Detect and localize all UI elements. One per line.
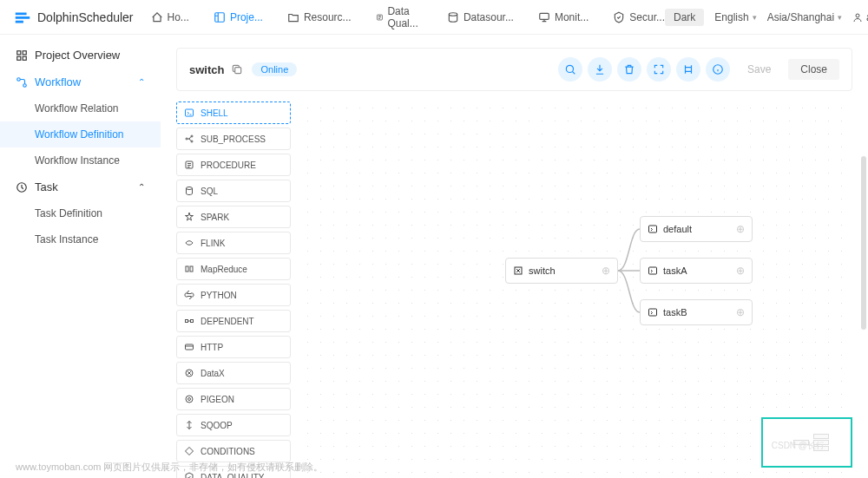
svg-point-10 [23, 83, 27, 87]
svg-rect-24 [191, 320, 194, 323]
save-button[interactable]: Save [735, 59, 783, 80]
palette-http[interactable]: HTTP [176, 336, 291, 358]
sqoop-icon [184, 420, 194, 430]
svg-rect-5 [17, 50, 21, 54]
svg-rect-7 [17, 56, 21, 60]
plus-icon[interactable]: ⊕ [602, 265, 610, 277]
folder-icon [287, 11, 299, 23]
palette-pigeon[interactable]: PIGEON [176, 388, 291, 410]
python-icon [184, 290, 194, 300]
sidebar-item-workflow-instance[interactable]: Workflow Instance [0, 147, 161, 174]
palette-procedure[interactable]: PROCEDURE [176, 154, 291, 176]
palette-flink[interactable]: FLINK [176, 232, 291, 254]
search-button[interactable] [558, 57, 582, 82]
palette-shell[interactable]: SHELL [176, 101, 291, 124]
http-icon [184, 342, 194, 352]
delete-button[interactable] [617, 57, 641, 82]
node-taska[interactable]: taskA⊕ [640, 258, 753, 284]
svg-rect-32 [649, 309, 657, 316]
format-icon [682, 63, 694, 75]
svg-point-16 [186, 138, 187, 140]
app-logo: DolphinScheduler [13, 8, 134, 27]
sidebar-item-workflow-relation[interactable]: Workflow Relation [0, 95, 161, 121]
user-icon [852, 12, 863, 23]
theme-toggle[interactable]: Dark [665, 9, 704, 26]
info-button[interactable] [706, 57, 730, 82]
palette-spark[interactable]: SPARK [176, 206, 291, 228]
palette-subprocess[interactable]: SUB_PROCESS [176, 128, 291, 150]
sidebar-item-workflow[interactable]: Workflow⌃ [0, 69, 161, 95]
datasource-icon [447, 11, 459, 23]
svg-rect-0 [215, 12, 225, 22]
svg-rect-6 [23, 50, 26, 54]
flink-icon [184, 238, 194, 248]
app-name: DolphinScheduler [37, 10, 134, 24]
plus-icon[interactable]: ⊕ [736, 306, 745, 318]
timezone-dropdown[interactable]: Asia/Shanghai▾ [767, 11, 842, 23]
palette-datax[interactable]: DataX [176, 362, 291, 384]
project-icon [214, 11, 226, 23]
sidebar-item-task[interactable]: Task⌃ [0, 174, 161, 200]
chevron-up-icon: ⌃ [138, 77, 145, 87]
svg-point-9 [17, 77, 21, 81]
palette-mapreduce[interactable]: MapReduce [176, 258, 291, 280]
task-palette: SHELL SUB_PROCESS PROCEDURE SQL SPARK FL… [176, 101, 291, 475]
workflow-toolbar: switch Online Save Close [176, 48, 852, 91]
svg-point-13 [566, 65, 573, 72]
nav-datasource[interactable]: Datasour... [447, 5, 514, 29]
svg-point-28 [188, 398, 191, 401]
procedure-icon [184, 160, 194, 170]
format-button[interactable] [676, 57, 700, 82]
datax-icon [184, 368, 194, 378]
copy-icon[interactable] [231, 63, 243, 75]
palette-python[interactable]: PYTHON [176, 284, 291, 306]
plus-icon[interactable]: ⊕ [736, 265, 745, 277]
workflow-name: switch [189, 63, 224, 76]
sidebar-item-task-instance[interactable]: Task Instance [0, 226, 161, 252]
fullscreen-button[interactable] [647, 57, 671, 82]
nav-project[interactable]: Proje... [214, 5, 263, 29]
svg-rect-25 [186, 344, 194, 350]
svg-point-17 [191, 135, 193, 137]
nav-resource[interactable]: Resourc... [287, 5, 352, 29]
palette-conditions[interactable]: CONDITIONS [176, 440, 291, 462]
shell-icon [184, 108, 194, 118]
scrollbar[interactable] [861, 156, 866, 330]
nav-security[interactable]: Secur... [613, 5, 665, 29]
footer-text: www.toymoban.com 网页图片仅供展示，非存储，如有侵权请联系删除。 [16, 461, 323, 474]
node-switch[interactable]: switch⊕ [505, 258, 618, 284]
overview-icon [16, 49, 28, 62]
svg-point-2 [449, 12, 457, 16]
nav-home[interactable]: Ho... [151, 5, 189, 29]
spark-icon [184, 212, 194, 222]
sidebar-item-workflow-definition[interactable]: Workflow Definition [0, 121, 161, 147]
node-taskb[interactable]: taskB⊕ [640, 299, 753, 325]
download-button[interactable] [588, 57, 612, 82]
user-dropdown[interactable]: admin▾ [852, 11, 868, 23]
chevron-down-icon: ▾ [753, 13, 757, 22]
plus-icon[interactable]: ⊕ [736, 223, 745, 235]
node-default[interactable]: default⊕ [640, 216, 753, 242]
switch-icon [513, 265, 523, 276]
svg-rect-21 [186, 266, 188, 272]
home-icon [151, 11, 163, 23]
sql-icon [184, 186, 194, 196]
svg-rect-22 [190, 266, 193, 272]
svg-point-18 [191, 141, 193, 142]
close-button[interactable]: Close [788, 59, 839, 80]
svg-point-20 [187, 187, 193, 190]
chevron-up-icon: ⌃ [138, 182, 145, 192]
nav-dataquality[interactable]: Data Qual... [376, 5, 423, 29]
svg-rect-23 [186, 320, 188, 323]
palette-sql[interactable]: SQL [176, 180, 291, 202]
search-icon [564, 63, 576, 75]
language-dropdown[interactable]: English▾ [714, 11, 756, 23]
palette-dependent[interactable]: DEPENDENT [176, 310, 291, 332]
svg-rect-30 [649, 226, 657, 232]
nav-monitor[interactable]: Monit... [538, 5, 589, 29]
palette-sqoop[interactable]: SQOOP [176, 414, 291, 436]
sidebar-item-task-definition[interactable]: Task Definition [0, 200, 161, 226]
monitor-icon [538, 11, 550, 23]
svg-rect-8 [23, 56, 26, 60]
sidebar-item-overview[interactable]: Project Overview [0, 42, 161, 69]
